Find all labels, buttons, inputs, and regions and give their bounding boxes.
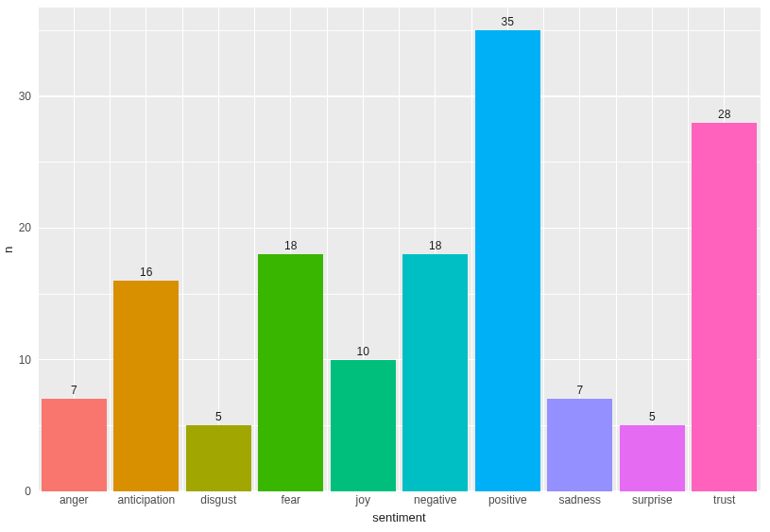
x-tick-label: anger <box>60 493 89 506</box>
x-tick-label: negative <box>414 493 456 506</box>
x-axis-title: sentiment <box>38 510 761 524</box>
bar-chart: n 0102030 7165181018357528 sentiment ang… <box>0 0 770 532</box>
y-tick-label: 0 <box>0 485 36 498</box>
bar-joy <box>331 360 396 491</box>
bar-value-label: 5 <box>633 410 671 423</box>
bar-sadness <box>547 399 612 491</box>
x-tick-label: surprise <box>632 493 673 506</box>
x-tick-label: anticipation <box>117 493 175 506</box>
bar-value-label: 18 <box>417 239 454 252</box>
bar-positive <box>475 30 540 491</box>
bar-negative <box>402 254 468 491</box>
bar-value-label: 7 <box>561 384 599 397</box>
y-axis-ticks: 0102030 <box>0 8 36 491</box>
bar-anger <box>42 399 107 491</box>
x-tick-label: fear <box>281 493 300 506</box>
y-tick-label: 30 <box>0 90 36 103</box>
bars-layer: 7165181018357528 <box>38 8 761 491</box>
bar-value-label: 28 <box>706 108 744 121</box>
bar-anticipation <box>113 281 179 491</box>
bar-value-label: 5 <box>199 410 237 423</box>
bar-value-label: 18 <box>272 239 310 252</box>
bar-value-label: 10 <box>344 345 382 358</box>
x-tick-label: positive <box>488 493 527 506</box>
bar-disgust <box>186 425 251 491</box>
y-tick-label: 20 <box>0 221 36 234</box>
bar-trust <box>692 123 757 491</box>
x-tick-label: sadness <box>558 493 601 506</box>
bar-fear <box>258 254 323 491</box>
x-tick-label: disgust <box>200 493 236 506</box>
x-tick-label: trust <box>713 493 735 506</box>
bar-value-label: 35 <box>488 15 526 28</box>
x-tick-label: joy <box>356 493 370 506</box>
y-tick-label: 10 <box>0 353 36 367</box>
bar-value-label: 7 <box>55 384 93 397</box>
bar-value-label: 16 <box>128 266 165 279</box>
plot-area: 7165181018357528 <box>38 8 761 491</box>
x-axis-title-text: sentiment <box>372 510 425 524</box>
bar-surprise <box>620 425 685 491</box>
